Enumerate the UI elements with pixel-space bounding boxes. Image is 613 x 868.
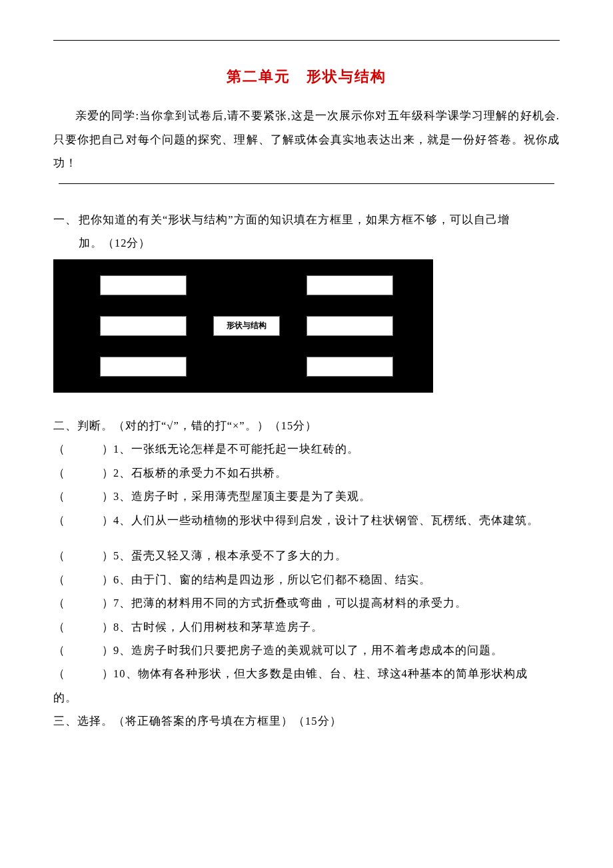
paren-blank[interactable] — [53, 568, 113, 591]
judge-text: 3、造房子时，采用薄壳型屋顶主要是为了美观。 — [113, 490, 371, 503]
section-2: 二、判断。（对的打“√”，错的打“×”。）（15分） 1、一张纸无论怎样是不可能… — [53, 414, 560, 733]
q1-line2: 加。（12分） — [53, 231, 560, 255]
center-box: 形状与结构 — [213, 316, 280, 336]
blank-box[interactable] — [306, 357, 393, 377]
judge-item: 2、石板桥的承受力不如石拱桥。 — [53, 461, 560, 485]
section3-heading: 三、选择。（将正确答案的序号填在方框里）（15分） — [53, 709, 560, 733]
judge-text: 6、由于门、窗的结构是四边形，所以它们都不稳固、结实。 — [113, 573, 431, 586]
judge-text: 1、一张纸无论怎样是不可能托起一块红砖的。 — [113, 443, 359, 455]
paren-blank[interactable] — [53, 639, 113, 662]
paren-blank[interactable] — [53, 485, 113, 508]
page-title: 第二单元 形状与结构 — [53, 61, 560, 92]
blank-box[interactable] — [306, 275, 393, 295]
q1-line1: 把你知道的有关“形状与结构”方面的知识填在方框里，如果方框不够，可以自己增 — [79, 208, 560, 231]
paren-blank[interactable] — [53, 615, 113, 639]
paren-blank[interactable] — [53, 544, 113, 567]
judge-text: 4、人们从一些动植物的形状中得到启发，设计了柱状钢管、瓦楞纸、壳体建筑。 — [113, 514, 539, 527]
judge-text: 9、造房子时我们只要把房子造的美观就可以了，用不着考虑成本的问题。 — [113, 644, 503, 657]
paren-blank[interactable] — [53, 662, 113, 685]
blank-box[interactable] — [100, 357, 187, 377]
blank-box[interactable] — [100, 316, 187, 336]
judge-text: 2、石板桥的承受力不如石拱桥。 — [113, 467, 287, 479]
judge-item-tail: 的。 — [53, 686, 560, 709]
blank-box[interactable] — [100, 275, 187, 295]
intro-text: 亲爱的同学:当你拿到试卷后,请不要紧张,这是一次展示你对五年级科学课学习理解的好… — [53, 104, 560, 175]
judge-item: 10、物体有各种形状，但大多数是由锥、台、柱、球这4种基本的简单形状构成 — [53, 662, 560, 685]
top-rule — [53, 40, 560, 41]
mid-rule — [59, 183, 554, 184]
judge-item: 6、由于门、窗的结构是四边形，所以它们都不稳固、结实。 — [53, 568, 560, 591]
question-1: 一、 把你知道的有关“形状与结构”方面的知识填在方框里，如果方框不够，可以自己增… — [53, 208, 560, 393]
judge-item: 9、造房子时我们只要把房子造的美观就可以了，用不着考虑成本的问题。 — [53, 639, 560, 662]
q1-number: 一、 — [53, 208, 79, 231]
paren-blank[interactable] — [53, 437, 113, 461]
paren-blank[interactable] — [53, 591, 113, 615]
judge-item: 7、把薄的材料用不同的方式折叠或弯曲，可以提高材料的承受力。 — [53, 591, 560, 615]
concept-map-diagram: 形状与结构 — [53, 259, 433, 393]
section2-heading: 二、判断。（对的打“√”，错的打“×”。）（15分） — [53, 414, 560, 437]
judge-item: 1、一张纸无论怎样是不可能托起一块红砖的。 — [53, 437, 560, 461]
judge-text: 8、古时候，人们用树枝和茅草造房子。 — [113, 621, 323, 633]
judge-item: 3、造房子时，采用薄壳型屋顶主要是为了美观。 — [53, 485, 560, 508]
paren-blank[interactable] — [53, 461, 113, 485]
blank-box[interactable] — [306, 316, 393, 336]
judge-text: 7、把薄的材料用不同的方式折叠或弯曲，可以提高材料的承受力。 — [113, 597, 467, 609]
judge-item: 5、蛋壳又轻又薄，根本承受不了多大的力。 — [53, 544, 560, 567]
judge-text: 5、蛋壳又轻又薄，根本承受不了多大的力。 — [113, 549, 347, 562]
judge-item: 4、人们从一些动植物的形状中得到启发，设计了柱状钢管、瓦楞纸、壳体建筑。 — [53, 509, 560, 532]
paren-blank[interactable] — [53, 509, 113, 532]
judge-item: 8、古时候，人们用树枝和茅草造房子。 — [53, 615, 560, 639]
judge-text: 10、物体有各种形状，但大多数是由锥、台、柱、球这4种基本的简单形状构成 — [113, 667, 528, 680]
